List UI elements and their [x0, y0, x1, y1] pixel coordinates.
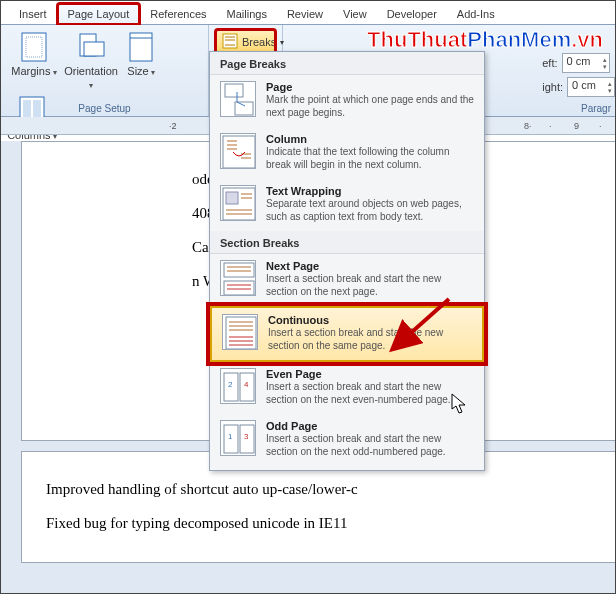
tab-review[interactable]: Review [277, 4, 333, 24]
svg-rect-3 [84, 42, 104, 56]
indent-left-input[interactable]: 0 cm [562, 53, 610, 73]
indent-right-label: ight: [542, 81, 563, 93]
text-wrapping-break-icon [220, 185, 256, 221]
tab-mailings[interactable]: Mailings [217, 4, 277, 24]
orientation-icon [75, 31, 107, 63]
dropdown-item-next-page[interactable]: Next PageInsert a section break and star… [210, 254, 484, 306]
size-button[interactable]: Size [121, 27, 161, 78]
svg-text:2: 2 [228, 380, 233, 389]
margins-icon [18, 31, 50, 63]
even-page-break-icon: 24 [220, 368, 256, 404]
breaks-dropdown: Page Breaks PageMark the point at which … [209, 51, 485, 471]
svg-rect-27 [224, 263, 254, 277]
svg-rect-9 [223, 34, 237, 48]
svg-rect-28 [224, 281, 254, 295]
svg-rect-13 [225, 84, 243, 97]
dropdown-item-column[interactable]: ColumnIndicate that the text following t… [210, 127, 484, 179]
doc-text: Fixed bug for typing decomposed unicode … [46, 508, 616, 538]
margins-button[interactable]: Margins [7, 27, 61, 78]
svg-rect-14 [235, 102, 253, 115]
page-break-icon [220, 81, 256, 117]
indent-right-input[interactable]: 0 cm [567, 77, 615, 97]
chevron-down-icon: ▾ [280, 38, 284, 47]
tab-page-layout[interactable]: Page Layout [57, 3, 141, 25]
ribbon-tabs: Insert Page Layout References Mailings R… [1, 1, 615, 25]
continuous-break-icon [222, 314, 258, 350]
dropdown-item-even-page[interactable]: 24 Even PageInsert a section break and s… [210, 362, 484, 414]
doc-text: Improved handling of shortcut auto up-ca… [46, 474, 616, 504]
dropdown-item-text-wrapping[interactable]: Text WrappingSeparate text around object… [210, 179, 484, 231]
group-label-paragraph: Paragr [581, 103, 611, 114]
size-icon [125, 31, 157, 63]
svg-text:4: 4 [244, 380, 249, 389]
column-break-icon [220, 133, 256, 169]
tab-insert[interactable]: Insert [9, 4, 57, 24]
group-page-setup: Margins Orientation Size Columns Page Se… [1, 25, 209, 116]
breaks-icon [222, 33, 238, 51]
tab-developer[interactable]: Developer [377, 4, 447, 24]
orientation-button[interactable]: Orientation [64, 27, 118, 91]
next-page-break-icon [220, 260, 256, 296]
svg-rect-22 [226, 192, 238, 204]
dropdown-header-section-breaks: Section Breaks [210, 231, 484, 254]
svg-rect-4 [130, 33, 152, 61]
dropdown-header-page-breaks: Page Breaks [210, 52, 484, 75]
dropdown-item-continuous[interactable]: ContinuousInsert a section break and sta… [210, 306, 484, 362]
dropdown-item-page[interactable]: PageMark the point at which one page end… [210, 75, 484, 127]
svg-text:3: 3 [244, 432, 249, 441]
indent-left-label: eft: [542, 57, 557, 69]
tab-add-ins[interactable]: Add-Ins [447, 4, 505, 24]
dropdown-item-odd-page[interactable]: 13 Odd PageInsert a section break and st… [210, 414, 484, 466]
tab-references[interactable]: References [140, 4, 216, 24]
odd-page-break-icon: 13 [220, 420, 256, 456]
svg-text:1: 1 [228, 432, 233, 441]
tab-view[interactable]: View [333, 4, 377, 24]
group-label-page-setup: Page Setup [1, 103, 208, 114]
